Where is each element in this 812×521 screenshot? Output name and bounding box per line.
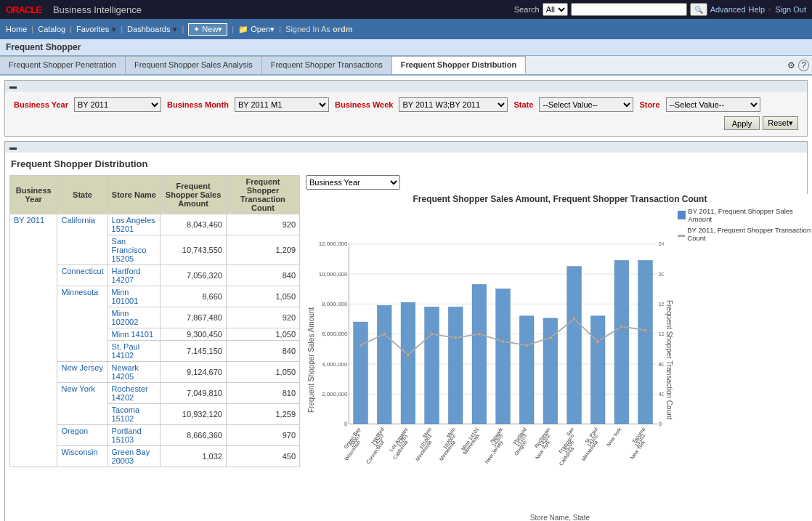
svg-rect-28: [472, 285, 487, 424]
chart-area: Business Year Frequent Shopper Sales Amo…: [306, 175, 812, 521]
svg-point-43: [525, 343, 529, 347]
svg-rect-32: [567, 267, 582, 424]
filter-section-header[interactable]: ▬: [5, 81, 807, 92]
chart-svg: 02,000,0004,000,0006,000,0008,000,00010,…: [317, 207, 664, 512]
svg-text:400: 400: [659, 391, 664, 397]
store-select[interactable]: --Select Value--: [666, 97, 760, 112]
bw-label: Business Week: [335, 100, 394, 109]
help-icon[interactable]: ?: [798, 60, 809, 71]
svg-point-38: [406, 353, 410, 357]
filter-row: Business Year BY 2011 Business Month BY …: [14, 97, 798, 112]
nav-dashboards[interactable]: Dashboards: [127, 25, 170, 33]
help-link[interactable]: Help: [749, 5, 766, 14]
y-axis-left-label: Frequent Shopper Sales Amount: [306, 207, 317, 512]
data-table: Business Year State Store Name Frequent …: [9, 175, 300, 521]
settings-icon[interactable]: ⚙: [787, 60, 795, 70]
x-axis-label: Store Name, State: [306, 514, 812, 521]
chart-legend: BY 2011, Frequent Shopper Sales Amount B…: [675, 207, 812, 512]
tab-sales-analysis[interactable]: Frequent Shopper Sales Analysis: [126, 56, 262, 74]
svg-point-46: [596, 339, 600, 343]
reset-button[interactable]: Reset▾: [763, 116, 798, 130]
tab-distribution[interactable]: Frequent Shopper Distribution: [392, 56, 527, 74]
svg-point-39: [430, 332, 434, 336]
nav-divider4: |: [182, 25, 184, 33]
legend-color-line: [678, 235, 686, 237]
svg-text:2,000,000: 2,000,000: [322, 391, 348, 397]
search-label: Search: [514, 5, 540, 14]
tabs-container: Frequent Shopper Penetration Frequent Sh…: [0, 56, 812, 76]
legend-color-bar: [678, 211, 686, 219]
state-select[interactable]: --Select Value--: [539, 97, 633, 112]
svg-rect-24: [377, 305, 391, 424]
svg-text:8,000,000: 8,000,000: [322, 301, 348, 307]
y-axis-right-label: Frequent Shopper Transaction Count: [664, 207, 675, 512]
tab-penetration[interactable]: Frequent Shopper Penetration: [0, 56, 126, 74]
svg-rect-26: [425, 307, 439, 424]
nav-divider2: |: [70, 25, 72, 33]
business-year-select[interactable]: BY 2011: [74, 97, 161, 112]
nav-divider5: |: [232, 25, 234, 33]
svg-point-47: [620, 325, 623, 328]
business-week-select[interactable]: BY 2011 W3;BY 2011: [399, 97, 508, 112]
top-bar: ORACLE Business Intelligence Search All …: [0, 0, 812, 19]
business-month-select[interactable]: BY 2011 M1: [235, 97, 329, 112]
legend-label-bar: BY 2011, Frequent Shopper Sales Amount: [688, 207, 812, 223]
legend-label-line: BY 2011, Frequent Shopper Transaction Co…: [687, 226, 812, 242]
tab-transactions[interactable]: Frequent Shopper Transactions: [262, 56, 392, 74]
top-search: Search All 🔍 Advanced Help▾ Sign Out: [514, 3, 806, 16]
svg-text:800: 800: [659, 361, 664, 368]
search-button[interactable]: 🔍: [690, 3, 707, 16]
nav-new-btn[interactable]: ✦ New▾: [188, 23, 227, 36]
apply-button[interactable]: Apply: [724, 116, 760, 130]
collapse-icon: ▬: [9, 82, 17, 90]
svg-text:1600: 1600: [659, 301, 664, 307]
svg-text:1200: 1200: [659, 331, 664, 337]
table-body: BY 2011CaliforniaLos Angeles 152018,043,…: [10, 214, 300, 467]
bi-title: Business Intelligence: [53, 4, 142, 15]
nav-open-btn[interactable]: 📁 Open▾: [238, 25, 275, 34]
svg-point-45: [572, 317, 576, 320]
search-scope-select[interactable]: All: [543, 3, 568, 16]
legend-item-line: BY 2011, Frequent Shopper Transaction Co…: [678, 226, 812, 242]
nav-home[interactable]: Home: [6, 25, 27, 33]
search-input[interactable]: [571, 3, 687, 16]
svg-point-48: [643, 328, 647, 332]
nav-catalog[interactable]: Catalog: [38, 25, 65, 33]
svg-text:12,000,000: 12,000,000: [319, 241, 348, 247]
chart-title: Frequent Shopper Sales Amount, Frequent …: [306, 194, 812, 204]
nav-divider1: |: [31, 25, 33, 33]
nav-divider6: |: [279, 25, 281, 33]
svg-rect-35: [638, 260, 653, 424]
col-count: Frequent Shopper Transaction Count: [226, 176, 299, 214]
svg-text:10,000,000: 10,000,000: [319, 271, 348, 278]
filter-actions: Apply Reset▾: [14, 116, 798, 130]
oracle-logo: ORACLE: [6, 4, 41, 15]
svg-rect-33: [590, 316, 605, 424]
distribution-table: Business Year State Store Name Frequent …: [9, 175, 300, 467]
section-title: Frequent Shopper Distribution: [9, 156, 803, 175]
legend-item-bar: BY 2011, Frequent Shopper Sales Amount: [678, 207, 812, 223]
filter-area: Business Year BY 2011 Business Month BY …: [5, 92, 807, 136]
svg-point-41: [477, 332, 481, 336]
svg-point-36: [359, 343, 362, 347]
collapse-icon2: ▬: [9, 143, 17, 151]
chart-container: Frequent Shopper Sales Amount, Frequent …: [306, 194, 812, 521]
advanced-link[interactable]: Advanced: [710, 5, 746, 14]
nav-favorites[interactable]: Favorites: [76, 25, 109, 33]
svg-rect-25: [401, 302, 415, 424]
signout-link[interactable]: Sign Out: [775, 5, 806, 14]
col-amount: Frequent Shopper Sales Amount: [161, 176, 227, 214]
chart-dropdown: Business Year: [306, 175, 812, 190]
svg-rect-23: [354, 322, 368, 424]
nav-signed-in: Signed In As ordm: [285, 25, 352, 33]
svg-point-42: [501, 339, 505, 343]
chart-groupby-select[interactable]: Business Year: [306, 175, 400, 190]
col-state: State: [57, 176, 107, 214]
content-section-header[interactable]: ▬: [5, 142, 807, 153]
svg-text:2400: 2400: [659, 241, 664, 247]
svg-rect-27: [448, 307, 463, 424]
svg-point-37: [383, 332, 386, 336]
svg-text:0: 0: [344, 421, 348, 427]
data-layout: Business Year State Store Name Frequent …: [9, 175, 803, 521]
nav-divider3: |: [121, 25, 123, 33]
